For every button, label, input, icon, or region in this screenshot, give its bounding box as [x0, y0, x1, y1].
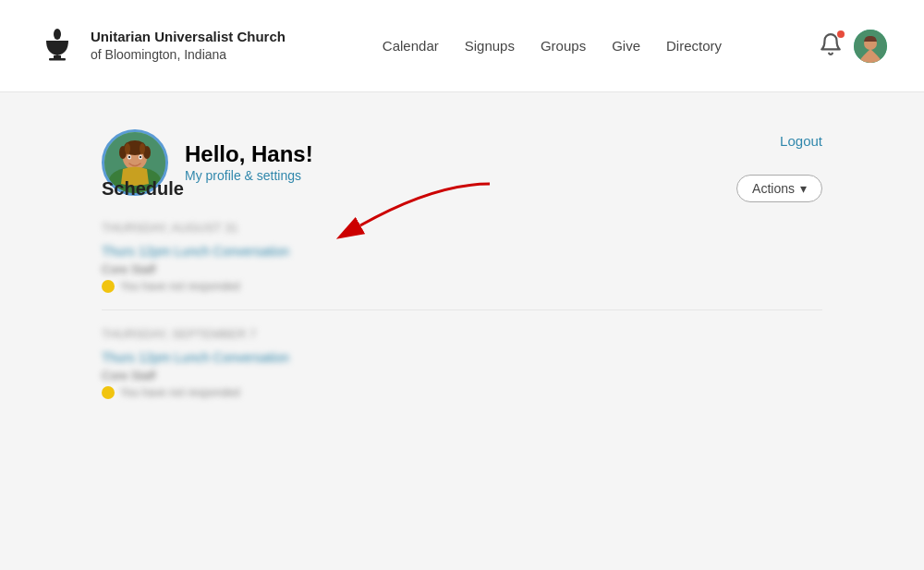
- user-avatar[interactable]: [854, 30, 887, 63]
- svg-point-11: [125, 143, 130, 154]
- svg-point-15: [128, 156, 130, 158]
- nav-give[interactable]: Give: [612, 38, 640, 54]
- church-name-line1: Unitarian Universalist Church: [91, 27, 286, 46]
- church-name-line2: of Bloomington, Indiana: [91, 46, 286, 65]
- church-logo-icon: [37, 26, 78, 67]
- status-dot-1: [102, 280, 115, 293]
- date-label-1: THURSDAY, AUGUST 31: [102, 221, 822, 235]
- status-text-1: You have not responded: [120, 280, 240, 293]
- notification-badge: [837, 30, 845, 38]
- status-text-2: You have not responded: [120, 386, 240, 399]
- event-title-2[interactable]: Thurs 12pm Lunch Conversation: [102, 350, 822, 365]
- logo-area: Unitarian Universalist Church of Bloomin…: [37, 26, 286, 67]
- svg-rect-1: [54, 55, 61, 58]
- logout-button[interactable]: Logout: [780, 129, 822, 149]
- event-status-1: You have not responded: [102, 280, 822, 293]
- annotation-arrow: [305, 175, 508, 249]
- nav-signups[interactable]: Signups: [465, 38, 515, 54]
- profile-text: Hello, Hans! My profile & settings: [185, 141, 313, 184]
- date-label-2: THURSDAY, SEPTEMBER 7: [102, 327, 822, 341]
- profile-greeting: Hello, Hans!: [185, 141, 313, 167]
- notifications-button[interactable]: [819, 32, 843, 60]
- actions-label: Actions: [752, 181, 795, 196]
- status-dot-2: [102, 386, 115, 399]
- header-icons: [819, 30, 887, 63]
- actions-chevron-icon: ▾: [800, 181, 807, 196]
- svg-point-12: [140, 143, 145, 154]
- schedule-list: THURSDAY, AUGUST 31 Thurs 12pm Lunch Con…: [102, 221, 822, 399]
- site-header: Unitarian Universalist Church of Bloomin…: [0, 0, 924, 92]
- actions-button[interactable]: Actions ▾: [736, 175, 822, 202]
- avatar-image: [854, 30, 887, 63]
- church-name-block: Unitarian Universalist Church of Bloomin…: [91, 27, 286, 65]
- event-sub-2: Core Staff: [102, 369, 822, 382]
- event-sub-1: Core Staff: [102, 262, 822, 276]
- event-status-2: You have not responded: [102, 386, 822, 399]
- nav-directory[interactable]: Directory: [666, 38, 722, 54]
- nav-calendar[interactable]: Calendar: [383, 38, 439, 54]
- main-content: Hello, Hans! My profile & settings Logou…: [46, 92, 878, 440]
- schedule-divider: [102, 309, 822, 310]
- event-title-1[interactable]: Thurs 12pm Lunch Conversation: [102, 244, 822, 259]
- svg-point-0: [54, 29, 61, 40]
- nav-groups[interactable]: Groups: [541, 38, 586, 54]
- svg-rect-2: [49, 58, 66, 61]
- svg-point-16: [140, 156, 141, 158]
- schedule-title: Schedule: [102, 178, 184, 200]
- main-nav: Calendar Signups Groups Give Directory: [383, 38, 722, 54]
- profile-settings-link[interactable]: My profile & settings: [185, 168, 301, 183]
